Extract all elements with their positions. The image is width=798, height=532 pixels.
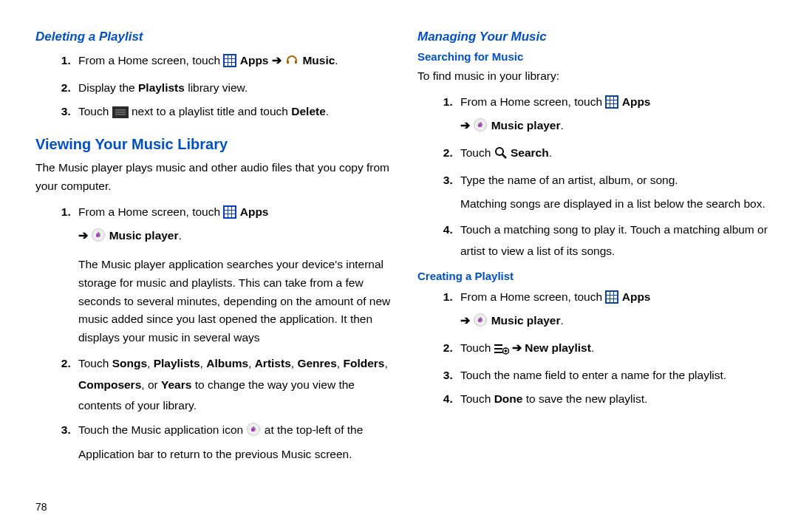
svg-rect-22 (228, 214, 231, 217)
arrow-icon: ➔ (512, 341, 525, 354)
svg-rect-54 (614, 299, 617, 302)
apps-grid-icon (605, 290, 618, 311)
svg-rect-8 (228, 63, 231, 66)
heading-deleting-playlist: Deleting a Playlist (35, 30, 395, 44)
heading-viewing-library: Viewing Your Music Library (35, 136, 395, 153)
headphones-icon (284, 53, 299, 75)
page-number: 78 (35, 501, 47, 513)
svg-rect-23 (232, 214, 235, 217)
searching-music-steps: From a Home screen, touch Apps ➔ Music p… (417, 92, 777, 262)
page-content: Deleting a Playlist From a Home screen, … (0, 0, 798, 475)
svg-rect-17 (232, 207, 235, 210)
music-player-disc-icon (473, 117, 488, 140)
viewing-library-steps: From a Home screen, touch Apps ➔ Music p… (35, 202, 395, 466)
svg-rect-33 (614, 97, 617, 100)
creating-playlist-steps: From a Home screen, touch Apps ➔ Music p… (417, 287, 777, 410)
menu-plus-icon (494, 341, 509, 362)
arrow-icon: ➔ (460, 314, 473, 327)
body-text: To find music in your library: (417, 67, 777, 86)
svg-rect-46 (607, 292, 610, 295)
music-player-disc-icon (91, 228, 106, 250)
body-text: The Music player application searches yo… (78, 256, 395, 347)
svg-rect-21 (225, 214, 228, 217)
arrow-icon: ➔ (460, 119, 473, 132)
svg-rect-9 (232, 63, 235, 66)
svg-rect-48 (614, 292, 617, 295)
svg-rect-2 (228, 55, 231, 58)
svg-rect-59 (494, 348, 502, 349)
deleting-playlist-steps: From a Home screen, touch Apps ➔ Music. … (35, 50, 395, 126)
svg-rect-37 (607, 104, 610, 107)
list-item: Touch Done to save the new playlist. (456, 389, 777, 410)
svg-rect-50 (610, 296, 613, 299)
svg-rect-35 (610, 100, 613, 103)
svg-rect-49 (607, 296, 610, 299)
list-item: Display the Playlists library view. (74, 78, 395, 99)
list-item: From a Home screen, touch Apps ➔ Music p… (456, 92, 777, 140)
svg-rect-53 (610, 299, 613, 302)
heading-managing-music: Managing Your Music (417, 30, 777, 44)
svg-rect-5 (228, 59, 231, 62)
left-column: Deleting a Playlist From a Home screen, … (35, 30, 395, 468)
svg-rect-20 (232, 211, 235, 214)
list-item: Touch the Music application icon at the … (74, 420, 395, 465)
svg-rect-36 (614, 100, 617, 103)
apps-grid-icon (223, 53, 236, 75)
svg-rect-13 (115, 114, 126, 115)
list-item: Type the name of an artist, album, or so… (456, 170, 777, 214)
music-player-disc-icon (246, 422, 261, 444)
search-icon (494, 146, 508, 167)
svg-rect-31 (607, 97, 610, 100)
list-item: Touch next to a playlist title and touch… (74, 101, 395, 126)
svg-rect-7 (225, 63, 228, 66)
list-item: From a Home screen, touch Apps ➔ Music. (74, 50, 395, 75)
heading-creating-playlist: Creating a Playlist (417, 270, 777, 282)
list-item: Touch a matching song to play it. Touch … (456, 219, 777, 262)
svg-rect-3 (232, 55, 235, 58)
svg-rect-58 (494, 344, 502, 346)
svg-rect-60 (494, 352, 502, 353)
svg-rect-4 (225, 59, 228, 62)
list-item: Touch Songs, Playlists, Albums, Artists,… (74, 353, 395, 417)
apps-grid-icon (605, 95, 618, 116)
svg-rect-32 (610, 97, 613, 100)
list-item: Touch the name field to enter a name for… (456, 365, 777, 386)
svg-rect-34 (607, 100, 610, 103)
svg-point-43 (496, 148, 503, 155)
svg-rect-11 (115, 109, 126, 111)
svg-rect-18 (225, 211, 228, 214)
svg-rect-19 (228, 211, 231, 214)
svg-rect-52 (607, 299, 610, 302)
list-item: Touch Search. (456, 143, 777, 167)
list-item: From a Home screen, touch Apps ➔ Music p… (456, 287, 777, 335)
svg-rect-38 (610, 104, 613, 107)
svg-rect-1 (225, 55, 228, 58)
list-item: From a Home screen, touch Apps ➔ Music p… (74, 202, 395, 347)
apps-grid-icon (223, 205, 236, 226)
svg-rect-39 (614, 104, 617, 107)
svg-rect-51 (614, 296, 617, 299)
arrow-icon: ➔ (78, 229, 91, 242)
list-item: Touch ➔ New playlist. (456, 338, 777, 362)
body-text: The Music player plays music and other a… (35, 159, 395, 196)
svg-rect-6 (232, 59, 235, 62)
svg-rect-15 (225, 207, 228, 210)
svg-rect-12 (115, 112, 126, 113)
arrow-icon: ➔ (272, 54, 284, 66)
svg-line-44 (502, 154, 506, 158)
svg-rect-47 (610, 292, 613, 295)
menu-dark-icon (112, 104, 129, 126)
right-column: Managing Your Music Searching for Music … (417, 30, 777, 468)
svg-rect-16 (228, 207, 231, 210)
body-text: Matching songs are displayed in a list b… (460, 195, 777, 214)
music-player-disc-icon (473, 313, 488, 335)
heading-searching-music: Searching for Music (417, 50, 777, 63)
